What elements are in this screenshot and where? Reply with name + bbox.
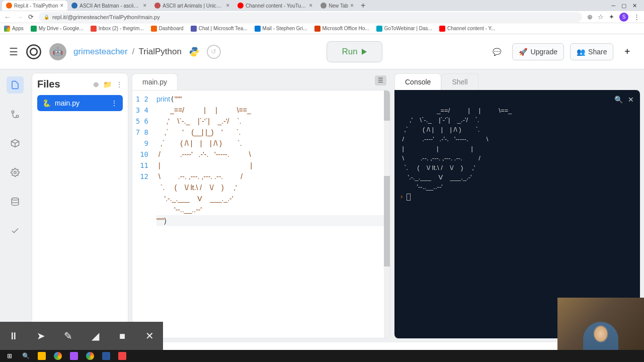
- camera-icon[interactable]: ■: [109, 322, 136, 350]
- svg-point-4: [14, 171, 17, 174]
- repl-header: ☰ 🤖 grimesteacher / TrialPython ↺ Run 💬 …: [0, 34, 644, 69]
- run-button[interactable]: Run: [327, 41, 382, 62]
- browser-tab[interactable]: Channel content - YouTube Stud×: [233, 1, 316, 11]
- tab-console[interactable]: Console: [394, 73, 441, 90]
- bookmark[interactable]: My Drive - Google...: [31, 26, 84, 32]
- close-icon[interactable]: ×: [143, 2, 146, 9]
- windows-taskbar: ⊞ 🔍: [0, 350, 644, 362]
- close-icon[interactable]: ×: [60, 2, 63, 9]
- bookmark[interactable]: Microsoft Office Ho...: [314, 26, 369, 32]
- svg-point-0: [27, 45, 40, 58]
- browser-tab-active[interactable]: Repl.it - TrialPython×: [2, 1, 67, 11]
- svg-point-5: [12, 198, 19, 201]
- taskbar-app[interactable]: [66, 350, 82, 362]
- upgrade-button[interactable]: 🚀 Upgrade: [512, 43, 564, 60]
- browser-tab[interactable]: ASCII art Animals | Unicode Ninj×: [150, 1, 233, 11]
- back-icon[interactable]: ←: [4, 13, 11, 21]
- file-menu-icon[interactable]: ⋮: [111, 99, 118, 107]
- bookmark[interactable]: Channel content - Y...: [439, 26, 495, 32]
- profile-avatar[interactable]: S: [619, 13, 628, 22]
- menu-icon[interactable]: ⋮: [633, 13, 640, 21]
- lock-icon: 🔒: [44, 15, 49, 20]
- version-control-icon[interactable]: [7, 106, 24, 123]
- close-icon[interactable]: ×: [309, 2, 312, 9]
- replit-logo-icon[interactable]: [25, 43, 42, 60]
- close-window-icon[interactable]: ✕: [632, 3, 637, 9]
- taskbar-app[interactable]: [50, 350, 65, 362]
- forward-icon[interactable]: →: [16, 13, 23, 21]
- star-icon[interactable]: ☆: [598, 13, 604, 21]
- breadcrumb-user[interactable]: grimesteacher: [73, 47, 128, 56]
- python-icon: [189, 46, 200, 57]
- new-file-icon[interactable]: ⊕: [93, 80, 99, 88]
- files-title: Files: [37, 78, 89, 90]
- bookmark[interactable]: Dashboard: [151, 26, 184, 32]
- bookmark[interactable]: Inbox (2) - thegrim...: [91, 26, 144, 32]
- pen-icon[interactable]: ✎: [54, 322, 82, 350]
- bookmark-apps[interactable]: Apps: [4, 26, 24, 32]
- close-icon[interactable]: ×: [226, 2, 229, 9]
- database-icon[interactable]: [7, 193, 24, 210]
- taskbar-app[interactable]: [83, 350, 98, 362]
- taskbar-app[interactable]: [115, 350, 130, 362]
- share-button[interactable]: 👥 Share: [570, 43, 613, 60]
- reload-icon[interactable]: ⟳: [28, 13, 34, 21]
- svg-point-2: [12, 111, 14, 113]
- zoom-icon[interactable]: ⊕: [587, 13, 593, 21]
- close-icon[interactable]: ×: [350, 2, 354, 9]
- bookmarks-bar: Apps My Drive - Google... Inbox (2) - th…: [0, 23, 644, 34]
- editor-tab[interactable]: main.py: [132, 73, 178, 90]
- bookmark[interactable]: GoToWebinar | Das...: [376, 26, 432, 32]
- cursor-icon[interactable]: ➤: [27, 322, 54, 350]
- clear-icon[interactable]: ✕: [628, 95, 634, 105]
- editor-layout-icon[interactable]: ☰: [375, 75, 386, 85]
- url-input[interactable]: 🔒repl.it/@grimesteacher/TrialPython#main…: [39, 12, 582, 22]
- new-folder-icon[interactable]: 📁: [103, 80, 112, 88]
- files-icon[interactable]: [7, 76, 24, 94]
- cursor: [407, 194, 411, 201]
- breadcrumb: grimesteacher / TrialPython: [73, 47, 182, 57]
- stop-icon[interactable]: ✕: [136, 322, 163, 350]
- breadcrumb-project[interactable]: TrialPython: [139, 47, 182, 56]
- taskbar-app[interactable]: [34, 350, 49, 362]
- code-editor[interactable]: 1 2 3 4 5 6 7 8 9 10 11 12 print(""" _==…: [132, 90, 390, 338]
- browser-tab[interactable]: New Tab×: [316, 1, 358, 11]
- search-icon[interactable]: 🔍: [614, 95, 623, 105]
- tab-shell[interactable]: Shell: [441, 73, 478, 90]
- minimize-icon[interactable]: ─: [611, 3, 615, 9]
- line-gutter: 1 2 3 4 5 6 7 8 9 10 11 12: [132, 90, 152, 338]
- console-prompt: ›: [400, 193, 403, 200]
- bookmark[interactable]: Mail - Stephen Gri...: [255, 26, 307, 32]
- browser-tab-strip: Repl.it - TrialPython× ASCII Art Batman …: [0, 0, 644, 11]
- start-icon[interactable]: ⊞: [2, 350, 17, 362]
- chat-icon[interactable]: 💬: [488, 44, 506, 60]
- new-tab-button[interactable]: +: [358, 1, 368, 10]
- user-avatar[interactable]: 🤖: [49, 43, 66, 60]
- eraser-icon[interactable]: ◢: [82, 322, 109, 350]
- settings-icon[interactable]: [7, 164, 24, 181]
- browser-tab[interactable]: ASCII Art Batman - asciiart.eu×: [67, 1, 150, 11]
- hamburger-icon[interactable]: ☰: [9, 46, 18, 58]
- files-menu-icon[interactable]: ⋮: [116, 80, 123, 88]
- python-file-icon: 🐍: [42, 99, 51, 107]
- svg-point-1: [30, 48, 37, 55]
- play-icon: [362, 49, 367, 55]
- editor-scrollbar[interactable]: [384, 90, 390, 338]
- search-taskbar-icon[interactable]: 🔍: [18, 350, 33, 362]
- add-button[interactable]: +: [619, 42, 635, 61]
- packages-icon[interactable]: [7, 135, 24, 152]
- bookmark[interactable]: Chat | Microsoft Tea...: [191, 26, 248, 32]
- pause-icon[interactable]: ⏸: [0, 322, 27, 350]
- check-icon[interactable]: [7, 222, 24, 239]
- editor-panel: main.py ☰ 1 2 3 4 5 6 7 8 9 10 11 12 pri…: [132, 73, 390, 338]
- file-item-main-py[interactable]: 🐍 main.py ⋮: [37, 95, 123, 111]
- screen-recorder-toolbar: ⏸ ➤ ✎ ◢ ■ ✕: [0, 322, 163, 350]
- files-panel: Files ⊕ 📁 ⋮ 🐍 main.py ⋮: [32, 73, 128, 338]
- svg-point-3: [16, 115, 19, 118]
- history-icon[interactable]: ↺: [207, 45, 221, 59]
- taskbar-app[interactable]: [99, 350, 114, 362]
- code-content[interactable]: print(""" _==/ | | \==_ ,' \`-._ |`-'`| …: [152, 90, 390, 338]
- extensions-icon[interactable]: ✦: [609, 13, 614, 21]
- maximize-icon[interactable]: ▢: [621, 3, 626, 9]
- sidebar-iconbar: [0, 69, 30, 342]
